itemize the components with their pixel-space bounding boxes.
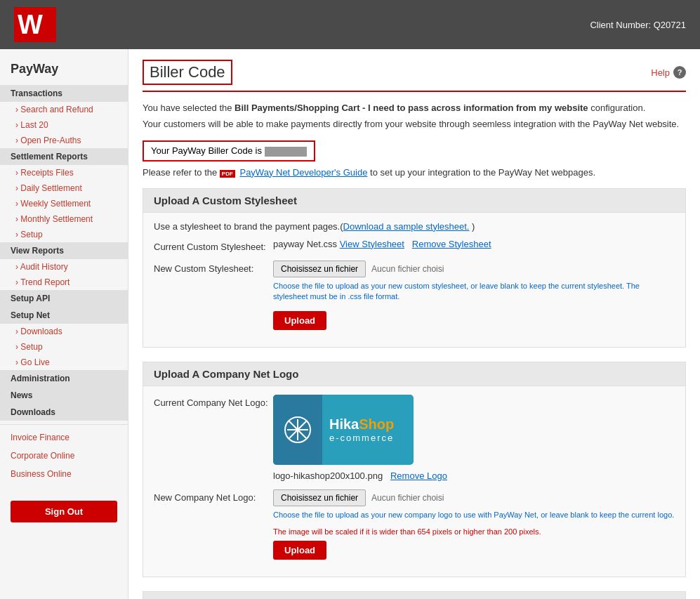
logo-file-input-row: Choisissez un fichier Aucun fichier choi… (273, 489, 675, 506)
sidebar-item-last20[interactable]: Last 20 (0, 117, 128, 133)
sidebar-section-news: News (0, 387, 128, 404)
company-logo-image: HikaShop e-commerce (273, 395, 414, 465)
sidebar-item-settlement-setup[interactable]: Setup (0, 227, 128, 242)
current-logo-label: Current Company Net Logo: (154, 395, 273, 408)
westpac-logo: W (14, 7, 56, 42)
sidebar-item-open-preauths[interactable]: Open Pre-Auths (0, 133, 128, 148)
sign-out-button[interactable]: Sign Out (11, 501, 117, 522)
intro-paragraph-2: Your customers will be able to make paym… (143, 119, 686, 129)
logo-ecommerce: e-commerce (329, 433, 394, 443)
page-title: Biller Code (143, 60, 232, 85)
developer-guide-link[interactable]: PayWay Net Developer's Guide (239, 167, 367, 178)
sidebar-item-setup[interactable]: Setup (0, 339, 128, 355)
sidebar-section-transactions: Transactions (0, 85, 128, 102)
stylesheet-hint: Choose the file to upload as your new cu… (273, 281, 675, 303)
view-stylesheet-link[interactable]: View Stylesheet (340, 239, 404, 249)
page-header: Biller Code Help ? (143, 60, 686, 92)
sidebar-divider (0, 424, 128, 425)
sidebar-item-daily-settlement[interactable]: Daily Settlement (0, 180, 128, 196)
logo-file-button[interactable]: Choisissez un fichier (273, 489, 366, 506)
download-sample-link[interactable]: Download a sample stylesheet. (343, 221, 470, 232)
help-icon: ? (673, 66, 686, 79)
sidebar-item-downloads[interactable]: Downloads (0, 324, 128, 339)
remove-stylesheet-link[interactable]: Remove Stylesheet (412, 239, 491, 249)
biller-code-value (265, 147, 307, 157)
sidebar-section-administration: Administration (0, 370, 128, 387)
new-stylesheet-label: New Custom Stylesheet: (154, 261, 273, 274)
sidebar-item-business-online[interactable]: Business Online (0, 465, 128, 483)
sidebar-item-receipts-files[interactable]: Receipts Files (0, 165, 128, 180)
logo-section-body: Current Company Net Logo: (143, 386, 685, 577)
logo-hint-red: The image will be scaled if it is wider … (273, 527, 675, 537)
current-logo-value: HikaShop e-commerce logo-hikashop200x100… (273, 395, 675, 481)
header: W Client Number: Q20721 (0, 0, 700, 49)
client-number: Client Number: Q20721 (590, 20, 686, 30)
sidebar: PayWay Transactions Search and Refund La… (0, 49, 128, 599)
background-section-header: Upload A Company Net Background (143, 592, 685, 599)
logo-no-file: Aucun fichier choisi (371, 493, 444, 503)
remove-logo-link[interactable]: Remove Logo (390, 470, 447, 481)
biller-code-box: Your PayWay Biller Code is (143, 140, 315, 162)
intro-paragraph-1: You have selected the Bill Payments/Shop… (143, 103, 686, 113)
logo-area: W (14, 7, 56, 42)
svg-text:W: W (18, 10, 43, 39)
stylesheet-upload-button[interactable]: Upload (273, 311, 326, 330)
sidebar-section-setup-api: Setup API (0, 290, 128, 307)
current-stylesheet-label: Current Custom Stylesheet: (154, 239, 273, 252)
stylesheet-section: Upload A Custom Stylesheet Use a stylesh… (143, 188, 686, 348)
stylesheet-file-button[interactable]: Choisissez un fichier (273, 261, 366, 277)
stylesheet-no-file: Aucun fichier choisi (371, 264, 444, 274)
current-stylesheet-row: Current Custom Stylesheet: payway Net.cs… (154, 239, 675, 252)
stylesheet-file-input-row: Choisissez un fichier Aucun fichier choi… (273, 261, 675, 277)
new-stylesheet-control: Choisissez un fichier Aucun fichier choi… (273, 261, 675, 331)
content-area: Biller Code Help ? You have selected the… (128, 49, 700, 599)
main-container: PayWay Transactions Search and Refund La… (0, 49, 700, 599)
pdf-link-line: Please refer to the PDF PayWay Net Devel… (143, 167, 686, 178)
stylesheet-desc: Use a stylesheet to brand the payment pa… (154, 221, 675, 232)
sidebar-section-view-reports: View Reports (0, 242, 128, 259)
new-logo-row: New Company Net Logo: Choisissez un fich… (154, 489, 675, 560)
logo-filename: logo-hikashop200x100.png (273, 470, 383, 481)
logo-section: Upload A Company Net Logo Current Compan… (143, 362, 686, 577)
new-logo-label: New Company Net Logo: (154, 489, 273, 503)
sidebar-item-search-refund[interactable]: Search and Refund (0, 102, 128, 117)
pdf-icon: PDF (220, 170, 235, 178)
help-label: Help (651, 67, 670, 78)
logo-filename-line: logo-hikashop200x100.png Remove Logo (273, 470, 675, 481)
stylesheet-section-header: Upload A Custom Stylesheet (143, 189, 685, 213)
sidebar-item-invoice-finance[interactable]: Invoice Finance (0, 428, 128, 447)
sign-out-container: Sign Out (0, 490, 128, 533)
new-stylesheet-row: New Custom Stylesheet: Choisissez un fic… (154, 261, 675, 331)
sidebar-item-corporate-online[interactable]: Corporate Online (0, 447, 128, 465)
logo-text-area: HikaShop e-commerce (322, 416, 401, 443)
logo-upload-button[interactable]: Upload (273, 541, 326, 560)
logo-icon-symbol (273, 395, 322, 465)
sidebar-section-settlement-reports: Settlement Reports (0, 148, 128, 165)
biller-code-prefix: Your PayWay Biller Code is (151, 145, 262, 156)
background-section: Upload A Company Net Background New Comp… (143, 591, 686, 599)
help-link[interactable]: Help ? (651, 66, 686, 79)
sidebar-item-audit-history[interactable]: Audit History (0, 259, 128, 275)
sidebar-item-weekly-settlement[interactable]: Weekly Settlement (0, 196, 128, 211)
new-logo-control: Choisissez un fichier Aucun fichier choi… (273, 489, 675, 560)
logo-hika: HikaShop (329, 416, 394, 433)
sidebar-section-setup-net: Setup Net (0, 307, 128, 324)
sidebar-brand: PayWay (0, 56, 128, 85)
current-stylesheet-value: payway Net.css View Stylesheet Remove St… (273, 239, 675, 249)
sidebar-item-trend-report[interactable]: Trend Report (0, 275, 128, 290)
sidebar-item-go-live[interactable]: Go Live (0, 355, 128, 370)
logo-hint-blue: Choose the file to upload as your new co… (273, 510, 675, 520)
stylesheet-section-body: Use a stylesheet to brand the payment pa… (143, 213, 685, 348)
current-logo-row: Current Company Net Logo: (154, 395, 675, 481)
sidebar-item-monthly-settlement[interactable]: Monthly Settlement (0, 211, 128, 227)
logo-section-header: Upload A Company Net Logo (143, 362, 685, 386)
sidebar-section-downloads: Downloads (0, 404, 128, 421)
